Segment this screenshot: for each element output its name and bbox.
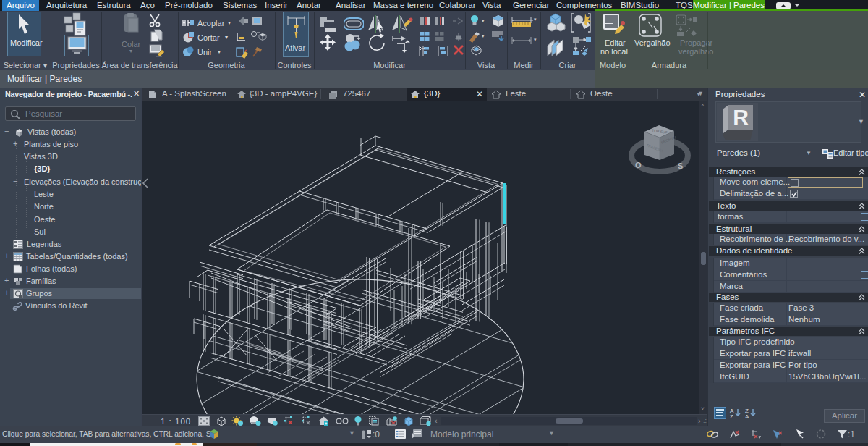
svg-text:R: R — [733, 105, 749, 129]
svg-text:O: O — [635, 161, 642, 169]
svg-text:Z: Z — [730, 413, 733, 419]
svg-text:S: S — [678, 161, 683, 170]
svg-text:A: A — [745, 413, 749, 419]
